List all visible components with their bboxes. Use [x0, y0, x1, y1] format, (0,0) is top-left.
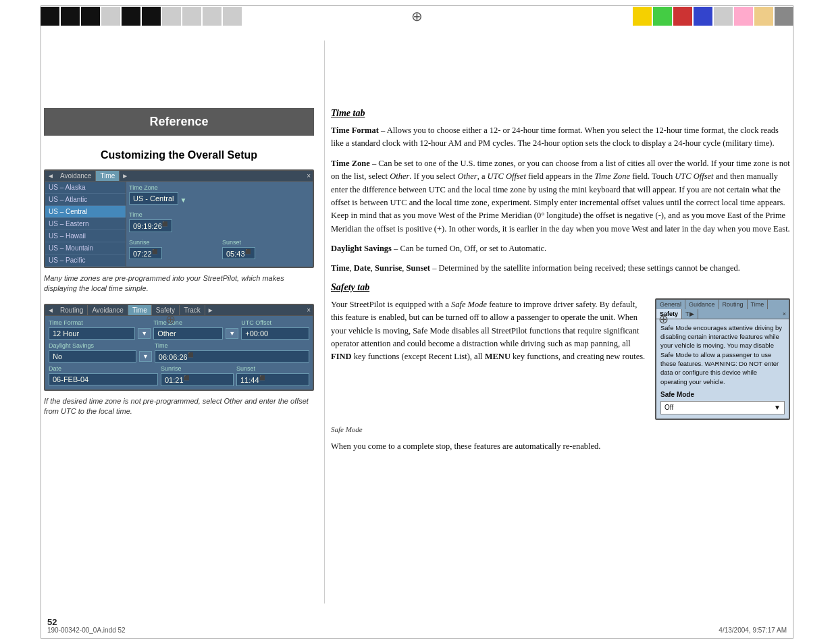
sunset-label-1: Sunset	[222, 239, 310, 246]
tz-central[interactable]: US – Central	[45, 206, 126, 218]
tz-eastern[interactable]: US – Eastern	[45, 218, 126, 230]
crosshair-right: ⊕	[658, 312, 669, 327]
left-header-pattern	[41, 7, 242, 26]
gps-screen-1: ◄ Avoidance Time ► × US – Alaska US – At…	[44, 169, 314, 268]
daylight-field: No ▼	[49, 350, 152, 363]
tz-hawaii[interactable]: US – Hawaii	[45, 230, 126, 242]
daylight-dropdown[interactable]: ▼	[139, 351, 152, 362]
safety-tab-time[interactable]: Time	[748, 300, 768, 309]
safety-tab-general[interactable]: General	[656, 300, 685, 309]
daylight-para: Daylight Savings – Can be turned On, Off…	[331, 242, 790, 255]
right-content: Time tab Time Format – Allows you to cho…	[331, 108, 790, 453]
gps-tab-routing[interactable]: Routing	[56, 305, 88, 315]
safe-mode-value-text: Off	[664, 403, 673, 412]
gps-tab-time[interactable]: Time	[96, 171, 120, 181]
sunset-value-1: 05:43⬛	[222, 247, 255, 260]
gps-screen-2: ◄ Routing Avoidance Time Safety Track ► …	[44, 304, 314, 391]
tz-field-2: Other ▼	[153, 327, 238, 340]
caption-1: Many time zones are pre-programmed into …	[44, 273, 314, 294]
time-value-2: 06:06:26⬛	[155, 350, 309, 363]
gps-tabs-row-2: ◄ Routing Avoidance Time Safety Track ► …	[45, 305, 313, 316]
sunrise-value-1: 07:22⬛	[129, 247, 162, 260]
gps-right-panel-1: Time Zone US - Central ▼ Time 09:19:26⬛ …	[126, 182, 313, 267]
gps-nav-right-1[interactable]: ►	[120, 171, 130, 181]
safe-mode-caption: Safe Mode	[331, 425, 790, 433]
safety-close[interactable]: ×	[780, 309, 789, 319]
page-border-top	[41, 5, 793, 6]
time-label-2: Time	[155, 342, 309, 349]
reference-heading: Reference	[44, 108, 314, 136]
sunrise-col-2: Sunrise 01:21⬛	[161, 365, 234, 386]
gps-tab-avoidance[interactable]: Avoidance	[56, 171, 97, 181]
daylight-label: Daylight Savings	[49, 342, 152, 349]
gps-nav-left-1[interactable]: ◄	[45, 171, 56, 181]
gps-tab-track[interactable]: Track	[180, 305, 205, 315]
tz-dropdown-2[interactable]: ▼	[226, 328, 238, 339]
footer-right: 4/13/2004, 9:57:17 AM	[719, 626, 787, 634]
time-format-col: Time Format 12 Hour ▼	[49, 319, 151, 340]
sunrise-label-1: Sunrise	[129, 239, 217, 246]
right-column: Time tab Time Format – Allows you to cho…	[331, 41, 790, 603]
date-label: Date	[49, 365, 158, 372]
tz-pacific[interactable]: US – Pacific	[45, 254, 126, 267]
date-col: Date 06-FEB-04	[49, 365, 158, 386]
page-border-left	[41, 5, 41, 639]
daylight-col: Daylight Savings No ▼	[49, 342, 152, 363]
safe-mode-value: Off ▼	[660, 401, 785, 414]
gps-row-3: Date 06-FEB-04 Sunrise 01:21⬛ Sunset 11:…	[49, 365, 309, 386]
sunset-label-2: Sunset	[236, 365, 309, 372]
tz-alaska[interactable]: US – Alaska	[45, 182, 126, 194]
safety-body: Safe Mode encourages attentive driving b…	[656, 319, 789, 419]
date-value: 06-FEB-04	[49, 373, 158, 385]
utc-label: UTC Offset	[241, 319, 309, 326]
footer-left: 190-00342-00_0A.indd 52	[47, 626, 126, 634]
sunrise-value-2: 01:21⬛	[161, 373, 234, 386]
safety-tab-guidance[interactable]: Guidance	[685, 300, 719, 309]
sunrise-label-2: Sunrise	[161, 365, 234, 372]
gps-tabs-row-1: ◄ Avoidance Time ► ×	[45, 171, 313, 182]
safe-mode-field: Safe Mode Off ▼	[660, 390, 785, 414]
gps-nav-left-2[interactable]: ◄	[45, 305, 56, 315]
safety-conclusion-para: When you come to a complete stop, these …	[331, 440, 790, 453]
gps-body-1: US – Alaska US – Atlantic US – Central U…	[45, 182, 313, 267]
gps-timezone-list: US – Alaska US – Atlantic US – Central U…	[45, 182, 126, 267]
gps-tab-avoidance-2[interactable]: Avoidance	[88, 305, 128, 315]
column-divider	[324, 41, 325, 603]
safety-tab-heading: Safety tab	[331, 282, 790, 293]
time-tab-heading: Time tab	[331, 108, 790, 119]
time-date-para: Time, Date, Sunrise, Sunset – Determined…	[331, 262, 790, 275]
gps-nav-right-2[interactable]: ►	[205, 305, 216, 315]
safe-mode-label: Safe Mode	[660, 390, 785, 400]
tz-value-2: Other	[153, 327, 223, 340]
left-column: Reference Customizing the Overall Setup …	[44, 41, 314, 603]
utc-value: +00:00	[241, 327, 309, 340]
time-format-label: Time Format	[49, 319, 151, 326]
tz-atlantic[interactable]: US – Atlantic	[45, 194, 126, 206]
time-format-para: Time Format – Allows you to choose eithe…	[331, 124, 790, 151]
gps-row-1: Time Format 12 Hour ▼ Time Zone Other ▼ …	[49, 319, 309, 340]
sunset-value-2: 11:44⬛	[236, 373, 309, 386]
caption-2: If the desired time zone is not pre-prog…	[44, 396, 314, 417]
safety-screen: General Guidance Routing Time Safety T▶ …	[655, 298, 790, 420]
safe-mode-dropdown[interactable]: ▼	[774, 403, 781, 412]
tz-value-1: US - Central	[129, 192, 178, 205]
time-format-field: 12 Hour ▼	[49, 327, 151, 340]
crosshair-left: ⊕	[165, 312, 176, 327]
safety-tab-routing[interactable]: Routing	[719, 300, 748, 309]
utc-col: UTC Offset +00:00	[241, 319, 309, 340]
gps-tab-time-2[interactable]: Time	[128, 305, 152, 315]
page-border-right	[793, 5, 793, 639]
tz-mountain[interactable]: US – Mountain	[45, 242, 126, 254]
time-value-1: 09:19:26⬛	[129, 219, 172, 232]
gps-row-2: Daylight Savings No ▼ Time 06:06:26⬛	[49, 342, 309, 363]
safety-tab-t[interactable]: T▶	[682, 309, 698, 319]
center-compass-top: ⊕	[411, 8, 423, 24]
time-zone-para: Time Zone – Can be set to one of the U.S…	[331, 157, 790, 236]
right-header-pattern	[633, 7, 793, 26]
page-number: 52	[47, 617, 57, 627]
gps-close-1[interactable]: ×	[305, 171, 313, 181]
time-format-dropdown[interactable]: ▼	[138, 328, 151, 339]
tz-dropdown-1[interactable]: ▼	[180, 196, 187, 204]
safety-tabs: General Guidance Routing Time Safety T▶ …	[656, 300, 789, 319]
gps-close-2[interactable]: ×	[305, 305, 313, 315]
